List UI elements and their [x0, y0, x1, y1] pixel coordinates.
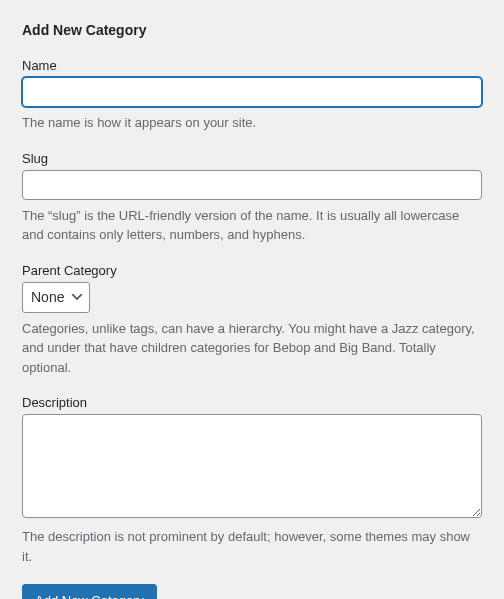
parent-label: Parent Category [22, 263, 482, 278]
description-textarea[interactable] [22, 414, 482, 518]
submit-button[interactable]: Add New Category [22, 584, 157, 599]
form-heading: Add New Category [22, 22, 482, 38]
name-input[interactable] [22, 77, 482, 107]
slug-help-text: The “slug” is the URL-friendly version o… [22, 206, 482, 245]
parent-field-group: Parent Category None Categories, unlike … [22, 263, 482, 378]
slug-input[interactable] [22, 170, 482, 200]
slug-label: Slug [22, 151, 482, 166]
parent-help-text: Categories, unlike tags, can have a hier… [22, 319, 482, 378]
description-help-text: The description is not prominent by defa… [22, 527, 482, 566]
name-label: Name [22, 58, 482, 73]
parent-select[interactable]: None [22, 282, 90, 313]
description-field-group: Description The description is not promi… [22, 395, 482, 566]
slug-field-group: Slug The “slug” is the URL-friendly vers… [22, 151, 482, 245]
name-help-text: The name is how it appears on your site. [22, 113, 482, 133]
description-label: Description [22, 395, 482, 410]
name-field-group: Name The name is how it appears on your … [22, 58, 482, 133]
